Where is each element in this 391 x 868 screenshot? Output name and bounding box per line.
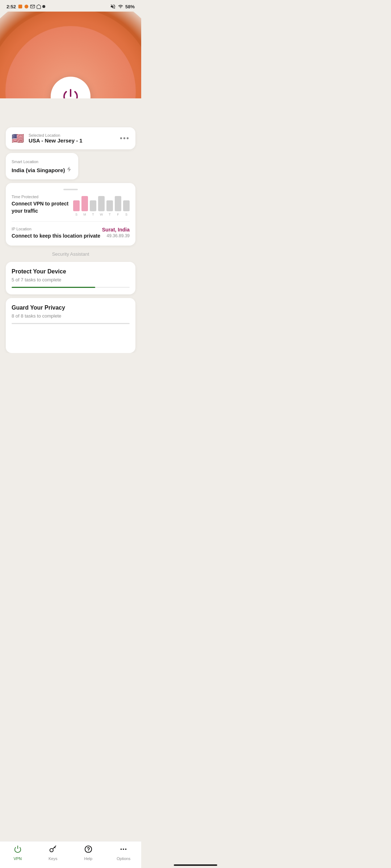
hero-area: Tap to connect (0, 12, 141, 98)
time-text: Time Protected Connect VPN to protect yo… (12, 195, 73, 214)
ip-info: Surat, India 49.36.89.39 (102, 227, 130, 238)
battery: 58% (125, 4, 135, 9)
location-card[interactable]: 🇺🇸 Selected Location USA - New Jersey - … (6, 127, 135, 149)
ip-label: IP Location (12, 227, 100, 231)
power-button-wrapper: Tap to connect (51, 77, 91, 98)
security-section-title: Security Assistant (6, 251, 135, 257)
time-row: Time Protected Connect VPN to protect yo… (12, 195, 130, 216)
protect-device-card[interactable]: Protect Your Device 5 of 7 tasks to comp… (6, 262, 135, 294)
bar-day-label: S (75, 213, 77, 216)
privacy-title: Guard Your Privacy (12, 305, 130, 311)
power-button[interactable] (51, 77, 91, 98)
status-left: 2:52 (7, 4, 45, 9)
bar (106, 200, 113, 211)
protect-progress-bar (12, 287, 130, 288)
bar-col: S (123, 200, 130, 216)
status-bar: 2:52 58% (0, 0, 141, 12)
time-label: Time Protected (12, 195, 73, 199)
privacy-progress-bar (12, 323, 130, 324)
app-icon-1 (18, 4, 23, 9)
bar-day-label: T (109, 213, 111, 216)
bar (73, 200, 80, 211)
location-value: USA - New Jersey - 1 (29, 137, 83, 144)
protect-subtitle: 5 of 7 tasks to complete (12, 277, 130, 282)
bar (81, 196, 88, 211)
ip-section: IP Location Connect to keep this locatio… (12, 227, 130, 240)
smart-card-inner: India (via Singapore) (12, 166, 72, 174)
ip-text: IP Location Connect to keep this locatio… (12, 227, 100, 240)
smart-value: India (via Singapore) (12, 167, 65, 173)
time: 2:52 (7, 4, 16, 9)
bar (115, 196, 121, 211)
smart-location-card[interactable]: Smart Location India (via Singapore) (6, 153, 78, 179)
guard-privacy-card[interactable]: Guard Your Privacy 8 of 8 tasks to compl… (6, 298, 135, 353)
mute-icon (110, 4, 116, 9)
bar-col: T (106, 200, 113, 216)
bar (123, 200, 130, 211)
status-right: 58% (110, 4, 135, 9)
bar-col: W (98, 196, 105, 216)
bar (90, 200, 96, 211)
svg-point-1 (25, 5, 29, 9)
privacy-subtitle: 8 of 8 tasks to complete (12, 313, 130, 319)
wifi-icon (118, 4, 123, 9)
ip-value: Connect to keep this location private (12, 233, 100, 240)
protect-progress-fill (12, 287, 95, 288)
ip-row: IP Location Connect to keep this locatio… (12, 227, 130, 240)
bar-day-label: W (100, 213, 103, 216)
bar-day-label: S (125, 213, 127, 216)
lightning-icon (66, 166, 72, 174)
protect-title: Protect Your Device (12, 268, 130, 275)
location-text: Selected Location USA - New Jersey - 1 (29, 133, 83, 144)
bar-col: S (73, 200, 80, 216)
ip-city: Surat, India (102, 227, 130, 233)
time-value: Connect VPN to protect your traffic (12, 200, 73, 214)
app-icon-2 (24, 4, 29, 9)
power-icon (61, 87, 80, 99)
svg-point-3 (42, 5, 45, 8)
bar (98, 196, 105, 211)
location-label: Selected Location (29, 133, 83, 137)
privacy-progress-fill (12, 323, 130, 324)
bar-col: T (90, 200, 96, 216)
main-content: 🇺🇸 Selected Location USA - New Jersey - … (0, 127, 141, 353)
bar-col: F (115, 196, 121, 216)
bar-chart: SMTWTFS (73, 195, 130, 216)
location-left: 🇺🇸 Selected Location USA - New Jersey - … (12, 132, 83, 144)
drag-handle (63, 189, 78, 190)
time-protected-section: Time Protected Connect VPN to protect yo… (12, 195, 130, 222)
more-options-button[interactable]: ••• (120, 134, 130, 142)
email-icon (30, 4, 35, 9)
ip-address: 49.36.89.39 (102, 233, 130, 238)
inbox-icon (36, 4, 41, 9)
svg-rect-0 (18, 5, 22, 9)
stats-card: Time Protected Connect VPN to protect yo… (6, 183, 135, 246)
bar-day-label: M (83, 213, 86, 216)
bar-col: M (81, 196, 88, 216)
notification-icons (18, 4, 45, 9)
bar-day-label: F (117, 213, 119, 216)
dot-icon (42, 5, 45, 8)
smart-label: Smart Location (12, 159, 38, 164)
flag-icon: 🇺🇸 (12, 132, 24, 144)
bar-day-label: T (92, 213, 94, 216)
